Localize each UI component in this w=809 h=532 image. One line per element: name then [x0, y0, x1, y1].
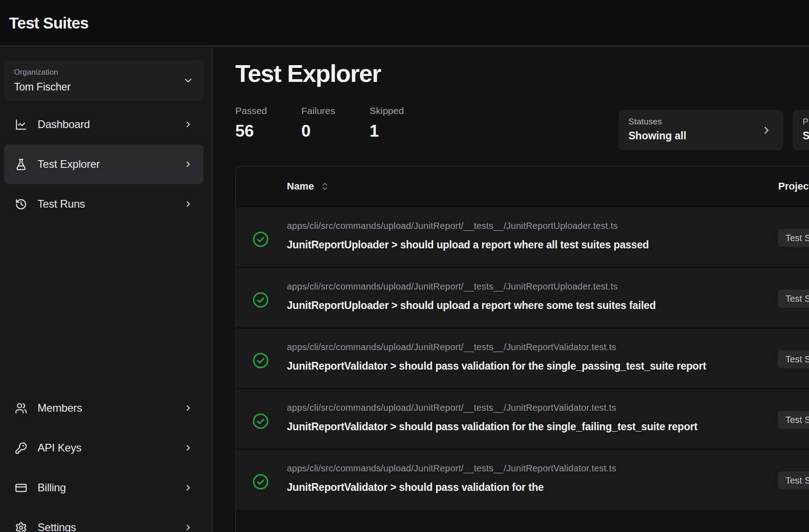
test-file-path: apps/cli/src/commands/upload/JunitReport… [287, 341, 809, 353]
chevron-right-icon [184, 120, 193, 129]
row-text: apps/cli/src/commands/upload/JunitReport… [287, 402, 809, 435]
table-row[interactable]: apps/cli/src/commands/upload/JunitReport… [236, 206, 809, 267]
sidebar-item-test-explorer[interactable]: Test Explorer [4, 144, 204, 184]
test-file-path: apps/cli/src/commands/upload/JunitReport… [287, 220, 809, 232]
filters-row: Statuses Showing all Projects Showing al… [619, 110, 809, 150]
stat-skipped: Skipped 1 [370, 105, 404, 141]
test-name: JunitReportUploader > should upload a re… [287, 236, 739, 253]
test-name: JunitReportValidator > should pass valid… [287, 418, 739, 435]
check-circle-icon [252, 473, 269, 490]
check-circle-icon [252, 291, 269, 309]
stat-label: Passed [235, 105, 267, 116]
name-column-sort[interactable]: Name [287, 180, 329, 192]
filter-label: Projects [803, 117, 809, 127]
name-column-label: Name [287, 180, 314, 192]
tests-table: Name Projects apps/cli/src/commands/uplo… [235, 166, 809, 532]
stat-label: Failures [301, 105, 335, 116]
sidebar-nav-top: Dashboard Test Explorer Test Runs [0, 104, 212, 224]
flask-icon [15, 158, 27, 171]
chevron-right-icon [761, 124, 772, 136]
project-badge: Test Suites [778, 350, 809, 368]
statuses-filter[interactable]: Statuses Showing all [619, 110, 783, 150]
test-name: JunitReportValidator > should pass valid… [287, 357, 739, 375]
sidebar-item-label: Settings [38, 521, 76, 532]
filter-value: Showing all [803, 130, 809, 142]
page-title: Test Explorer [235, 59, 381, 87]
sidebar-item-members[interactable]: Members [4, 388, 204, 428]
test-name: JunitReportValidator > should pass valid… [287, 479, 739, 496]
row-text: apps/cli/src/commands/upload/JunitReport… [287, 220, 809, 253]
history-icon [15, 198, 27, 210]
table-body: apps/cli/src/commands/upload/JunitReport… [236, 206, 809, 509]
stat-value: 56 [235, 122, 267, 141]
sidebar-item-label: Test Runs [38, 198, 85, 210]
sidebar: Organization Tom Fischer Dashboard Test … [0, 48, 213, 532]
organization-label: Organization [14, 68, 194, 77]
chevron-down-icon [183, 75, 194, 86]
project-badge: Test Suites [778, 471, 809, 489]
stat-value: 1 [370, 122, 404, 141]
sidebar-item-label: Test Explorer [38, 158, 100, 171]
row-text: apps/cli/src/commands/upload/JunitReport… [287, 280, 809, 314]
table-row[interactable]: apps/cli/src/commands/upload/JunitReport… [236, 267, 809, 328]
table-row[interactable]: apps/cli/src/commands/upload/JunitReport… [236, 328, 809, 388]
table-row[interactable]: apps/cli/src/commands/upload/JunitReport… [236, 388, 809, 449]
projects-column-label: Projects [778, 180, 809, 192]
chevron-right-icon [184, 160, 193, 169]
row-text: apps/cli/src/commands/upload/JunitReport… [287, 341, 809, 375]
test-file-path: apps/cli/src/commands/upload/JunitReport… [287, 280, 809, 292]
sidebar-nav-bottom: Members API Keys Billing Settings [0, 388, 212, 532]
credit-card-icon [15, 482, 27, 494]
users-icon [15, 402, 27, 414]
project-badge: Test Suites [778, 229, 809, 247]
stat-passed: Passed 56 [235, 105, 267, 141]
project-badge: Test Suites [778, 290, 809, 308]
sidebar-item-test-runs[interactable]: Test Runs [4, 184, 204, 224]
sort-icon [320, 182, 329, 191]
chevron-right-icon [184, 523, 193, 532]
check-circle-icon [252, 231, 269, 248]
test-file-path: apps/cli/src/commands/upload/JunitReport… [287, 402, 809, 413]
check-circle-icon [252, 352, 269, 369]
app-title: Test Suites [9, 14, 88, 32]
organization-name: Tom Fischer [14, 81, 194, 93]
chevron-right-icon [184, 443, 193, 452]
table-row[interactable]: apps/cli/src/commands/upload/JunitReport… [236, 449, 809, 509]
key-icon [15, 442, 27, 454]
stat-label: Skipped [370, 105, 404, 116]
sidebar-item-label: Dashboard [38, 118, 90, 131]
sidebar-item-billing[interactable]: Billing [4, 468, 204, 508]
check-circle-icon [252, 413, 269, 430]
stat-failures: Failures 0 [301, 105, 335, 141]
chevron-right-icon [184, 404, 193, 413]
stats-row: Passed 56 Failures 0 Skipped 1 [235, 105, 404, 141]
gear-icon [15, 522, 27, 532]
filter-value: Showing all [628, 130, 773, 142]
filter-label: Statuses [628, 117, 773, 127]
sidebar-item-label: Billing [38, 481, 66, 494]
organization-switcher[interactable]: Organization Tom Fischer [4, 60, 204, 101]
sidebar-item-dashboard[interactable]: Dashboard [4, 104, 204, 144]
chevron-right-icon [184, 483, 193, 492]
project-badge: Test Suites [778, 411, 809, 429]
table-header: Name Projects [236, 166, 809, 206]
test-name: JunitReportUploader > should upload a re… [287, 297, 739, 314]
sidebar-item-api-keys[interactable]: API Keys [4, 428, 204, 468]
row-text: apps/cli/src/commands/upload/JunitReport… [287, 462, 809, 496]
main-content: Test Explorer Passed 56 Failures 0 Skipp… [214, 48, 809, 532]
projects-filter[interactable]: Projects Showing all [793, 110, 809, 150]
top-bar: Test Suites [0, 0, 809, 47]
sidebar-item-label: API Keys [38, 442, 81, 454]
test-file-path: apps/cli/src/commands/upload/JunitReport… [287, 462, 809, 474]
stat-value: 0 [301, 122, 335, 141]
sidebar-item-label: Members [38, 402, 82, 414]
sidebar-item-settings[interactable]: Settings [4, 508, 204, 532]
chevron-right-icon [184, 200, 193, 209]
line-chart-icon [15, 119, 27, 131]
